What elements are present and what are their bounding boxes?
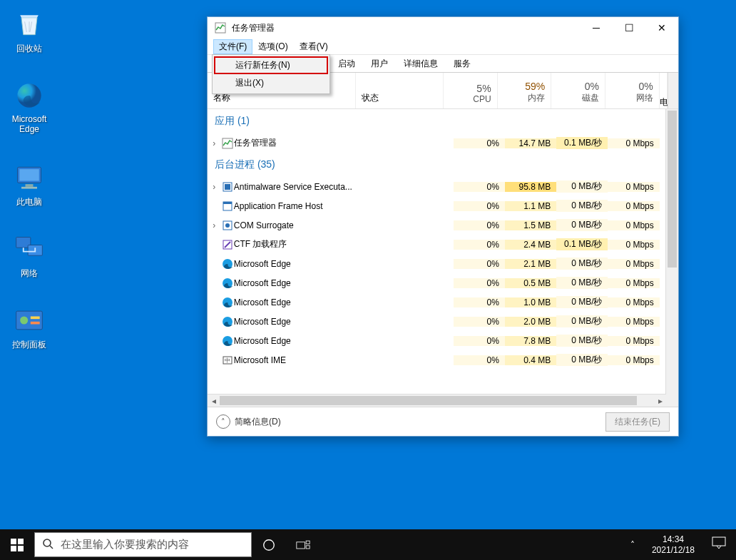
col-power[interactable]: 电 [660, 73, 668, 108]
col-network[interactable]: 0% 网络 [605, 73, 660, 108]
network-cell: 0 Mbps [608, 220, 659, 230]
network-cell: 0 Mbps [608, 182, 659, 192]
close-button[interactable]: ✕ [645, 17, 678, 39]
process-name: COM Surrogate [234, 220, 371, 230]
process-icon [220, 220, 233, 231]
memory-cell: 1.5 MB [505, 220, 556, 230]
network-cell: 0 Mbps [608, 240, 659, 250]
task-view-button[interactable] [286, 529, 320, 560]
expand-toggle[interactable]: › [208, 138, 220, 148]
process-row[interactable]: Microsoft Edge 0% 7.8 MB 0 MB/秒 0 Mbps [208, 331, 666, 350]
desktop-icon-this-pc[interactable]: 此电脑 [2, 161, 56, 208]
network-cell: 0 Mbps [608, 201, 659, 211]
menu-run-new-task[interactable]: 运行新任务(N) [214, 56, 328, 74]
tray-overflow-button[interactable]: ˄ [620, 540, 645, 550]
process-name: Antimalware Service Executa... [234, 182, 371, 192]
svg-rect-37 [712, 537, 725, 546]
memory-cell: 1.0 MB [505, 297, 556, 307]
end-task-button[interactable]: 结束任务(E) [605, 412, 670, 432]
svg-rect-30 [18, 546, 24, 551]
memory-cell: 1.1 MB [505, 201, 556, 211]
disk-cell: 0 MB/秒 [556, 296, 608, 308]
hscroll-left-arrow[interactable]: ◂ [208, 396, 220, 406]
notifications-button[interactable] [702, 536, 736, 553]
desktop-icon-edge[interactable]: Microsoft Edge [2, 78, 56, 134]
taskbar-clock[interactable]: 14:34 2021/12/18 [645, 534, 702, 555]
menu-view[interactable]: 查看(V) [294, 39, 334, 54]
svg-rect-35 [306, 541, 310, 544]
process-name: Microsoft Edge [234, 278, 371, 288]
process-icon: 中 [220, 355, 233, 366]
chevron-up-icon: ˄ [216, 414, 230, 429]
network-cell: 0 Mbps [608, 259, 659, 269]
recycle-bin-label: 回收站 [2, 43, 56, 55]
disk-cell: 0 MB/秒 [556, 315, 608, 327]
col-memory[interactable]: 59% 内存 [498, 73, 552, 108]
edge-label: Microsoft Edge [2, 114, 56, 134]
horizontal-scrollbar-thumb[interactable] [220, 396, 637, 405]
recycle-bin-icon [12, 7, 46, 41]
expand-toggle[interactable]: › [208, 182, 220, 192]
col-status[interactable]: 状态 [356, 73, 444, 108]
taskbar-search[interactable]: 在这里输入你要搜索的内容 [34, 532, 252, 557]
process-row[interactable]: › Antimalware Service Executa... 0% 95.8… [208, 177, 666, 196]
titlebar[interactable]: 任务管理器 ─ ☐ ✕ [208, 17, 678, 39]
cpu-cell: 0% [454, 259, 505, 269]
network-cell: 0 Mbps [608, 278, 659, 288]
process-row[interactable]: Application Frame Host 0% 1.1 MB 0 MB/秒 … [208, 196, 666, 215]
col-cpu[interactable]: 5% CPU [444, 73, 498, 108]
memory-cell: 2.1 MB [505, 259, 556, 269]
tab-services[interactable]: 服务 [446, 55, 479, 73]
process-row[interactable]: CTF 加载程序 0% 2.4 MB 0.1 MB/秒 0 Mbps [208, 235, 666, 254]
hscroll-right-arrow[interactable]: ▸ [654, 396, 666, 406]
expand-toggle[interactable]: › [208, 220, 220, 230]
process-row[interactable]: Microsoft Edge 0% 0.5 MB 0 MB/秒 0 Mbps [208, 273, 666, 292]
process-name: Microsoft Edge [234, 317, 371, 327]
svg-point-18 [225, 223, 230, 228]
maximize-button[interactable]: ☐ [613, 17, 645, 39]
vertical-scrollbar-thumb[interactable] [668, 111, 677, 268]
desktop-icon-recycle-bin[interactable]: 回收站 [2, 7, 56, 55]
cortana-button[interactable] [252, 529, 286, 560]
svg-rect-34 [297, 541, 305, 548]
process-row[interactable]: Microsoft Edge 0% 1.0 MB 0 MB/秒 0 Mbps [208, 292, 666, 312]
network-cell: 0 Mbps [608, 355, 659, 365]
windows-logo-icon [11, 539, 24, 551]
horizontal-scrollbar[interactable]: ◂ ▸ [208, 394, 666, 407]
vertical-scrollbar[interactable] [665, 109, 678, 394]
cpu-cell: 0% [454, 182, 505, 192]
tab-startup[interactable]: 启动 [330, 55, 363, 73]
cpu-cell: 0% [454, 355, 505, 365]
svg-point-8 [20, 317, 28, 325]
menu-exit[interactable]: 退出(X) [214, 74, 328, 92]
group-apps: 应用 (1) [208, 109, 666, 133]
col-disk[interactable]: 0% 磁盘 [551, 73, 605, 108]
window-title: 任务管理器 [232, 22, 580, 34]
group-bg: 后台进程 (35) [208, 153, 666, 177]
task-manager-window: 任务管理器 ─ ☐ ✕ 文件(F) 选项(O) 查看(V) 运行新任务(N) 退… [207, 16, 679, 437]
menu-options[interactable]: 选项(O) [252, 39, 293, 54]
desktop-icon-control-panel[interactable]: 控制面板 [2, 303, 56, 351]
fewer-details-button[interactable]: ˄ 简略信息(D) [216, 414, 281, 429]
tab-details[interactable]: 详细信息 [396, 55, 446, 73]
network-cell: 0 Mbps [608, 317, 659, 327]
memory-cell: 0.5 MB [505, 278, 556, 288]
process-icon [220, 335, 233, 347]
process-icon [220, 316, 233, 327]
process-row[interactable]: › COM Surrogate 0% 1.5 MB 0 MB/秒 0 Mbps [208, 215, 666, 235]
menu-file[interactable]: 文件(F) [213, 39, 252, 54]
process-row[interactable]: › 任务管理器 0% 14.7 MB 0.1 MB/秒 0 Mbps [208, 133, 666, 153]
cpu-cell: 0% [454, 278, 505, 288]
minimize-button[interactable]: ─ [580, 17, 613, 39]
network-cell: 0 Mbps [608, 138, 659, 148]
process-row[interactable]: 中 Microsoft IME 0% 0.4 MB 0 MB/秒 0 Mbps [208, 350, 666, 370]
start-button[interactable] [0, 529, 34, 560]
network-cell: 0 Mbps [608, 336, 659, 346]
process-row[interactable]: Microsoft Edge 0% 2.0 MB 0 MB/秒 0 Mbps [208, 312, 666, 331]
process-row[interactable]: Microsoft Edge 0% 2.1 MB 0 MB/秒 0 Mbps [208, 254, 666, 273]
desktop-icon-network[interactable]: 网络 [2, 232, 56, 280]
tab-users[interactable]: 用户 [363, 55, 396, 73]
header-scroll-gutter [668, 73, 678, 108]
svg-rect-29 [11, 546, 16, 551]
process-icon [220, 258, 233, 270]
